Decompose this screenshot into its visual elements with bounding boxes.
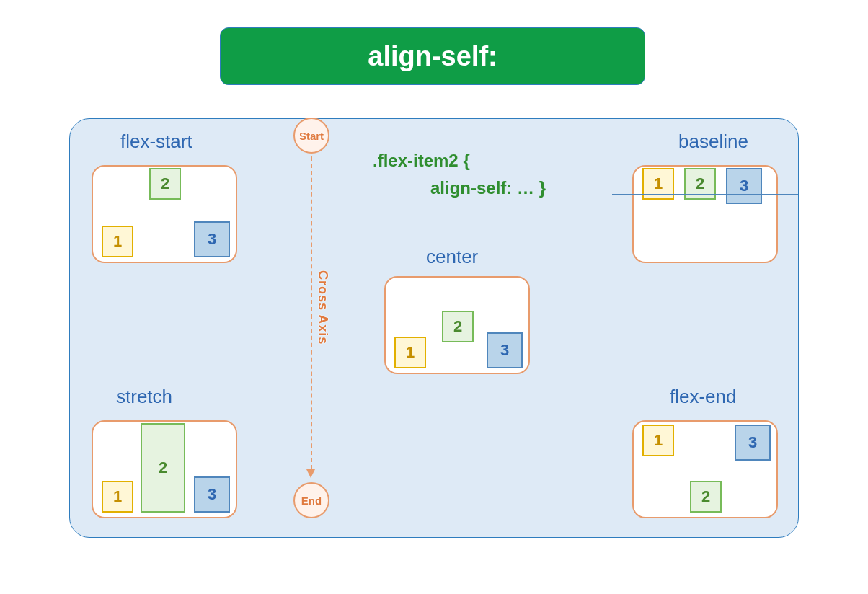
center-item-3: 3 bbox=[487, 332, 523, 368]
demo-baseline: 1 2 3 bbox=[632, 165, 778, 263]
axis-end-text: End bbox=[301, 495, 322, 507]
label-baseline: baseline bbox=[678, 130, 748, 153]
demo-center: 1 2 3 bbox=[384, 276, 530, 374]
center-item-2: 2 bbox=[442, 311, 474, 342]
demo-flex-start: 1 2 3 bbox=[92, 165, 237, 263]
axis-line bbox=[311, 156, 312, 469]
baseline-item-1: 1 bbox=[642, 168, 674, 200]
flex-end-item-2: 2 bbox=[690, 481, 722, 513]
axis-start-marker: Start bbox=[293, 118, 329, 154]
demo-flex-end: 1 2 3 bbox=[632, 420, 778, 518]
main-panel: flex-start 1 2 3 stretch 1 2 3 center 1 … bbox=[69, 118, 799, 538]
baseline-line bbox=[612, 194, 798, 195]
axis-label: Cross Axis bbox=[315, 270, 330, 345]
code-line-1: .flex-item2 { bbox=[373, 151, 470, 171]
axis-end-marker: End bbox=[293, 482, 329, 518]
label-flex-end: flex-end bbox=[670, 386, 737, 408]
axis-arrow-icon bbox=[306, 469, 315, 478]
label-stretch: stretch bbox=[116, 386, 172, 408]
code-line-2: align-self: … } bbox=[430, 178, 546, 198]
center-item-1: 1 bbox=[394, 337, 426, 368]
stretch-item-3: 3 bbox=[194, 476, 230, 513]
label-center: center bbox=[426, 246, 478, 268]
stretch-item-2: 2 bbox=[141, 423, 185, 513]
flex-start-item-1: 1 bbox=[102, 226, 133, 257]
baseline-item-3: 3 bbox=[726, 168, 762, 204]
stretch-item-1: 1 bbox=[102, 481, 133, 513]
flex-start-item-3: 3 bbox=[194, 221, 230, 257]
baseline-item-2: 2 bbox=[684, 168, 716, 200]
flex-start-item-2: 2 bbox=[149, 168, 181, 200]
title-banner: align-self: bbox=[220, 27, 645, 85]
flex-end-item-3: 3 bbox=[735, 425, 771, 461]
label-flex-start: flex-start bbox=[120, 130, 192, 153]
title-text: align-self: bbox=[368, 41, 497, 72]
axis-start-text: Start bbox=[299, 130, 324, 142]
flex-end-item-1: 1 bbox=[642, 425, 674, 456]
demo-stretch: 1 2 3 bbox=[92, 420, 237, 518]
